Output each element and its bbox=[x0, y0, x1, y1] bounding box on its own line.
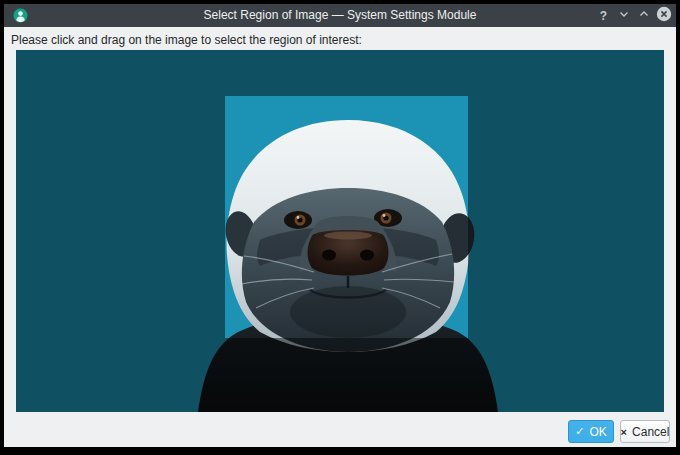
ok-label: OK bbox=[589, 425, 606, 439]
image-selection-area[interactable] bbox=[16, 50, 664, 412]
titlebar-buttons: ? bbox=[595, 4, 672, 27]
close-button[interactable] bbox=[655, 7, 672, 24]
cancel-label: Cancel bbox=[632, 425, 669, 439]
cancel-button[interactable]: × Cancel bbox=[620, 420, 670, 443]
check-icon: ✓ bbox=[575, 425, 584, 438]
chevron-down-icon bbox=[618, 8, 630, 23]
minimize-button[interactable] bbox=[615, 7, 632, 24]
ok-button[interactable]: ✓ OK bbox=[568, 420, 614, 443]
help-button[interactable]: ? bbox=[595, 7, 612, 24]
maximize-button[interactable] bbox=[635, 7, 652, 24]
instruction-label: Please click and drag on the image to se… bbox=[11, 33, 362, 47]
badger-image bbox=[16, 50, 664, 412]
x-icon: × bbox=[621, 426, 627, 438]
close-icon bbox=[656, 6, 672, 25]
chevron-up-icon bbox=[638, 8, 650, 23]
dialog-window: Select Region of Image — System Settings… bbox=[4, 4, 676, 447]
window-title: Select Region of Image — System Settings… bbox=[4, 4, 676, 27]
titlebar[interactable]: Select Region of Image — System Settings… bbox=[4, 4, 676, 27]
